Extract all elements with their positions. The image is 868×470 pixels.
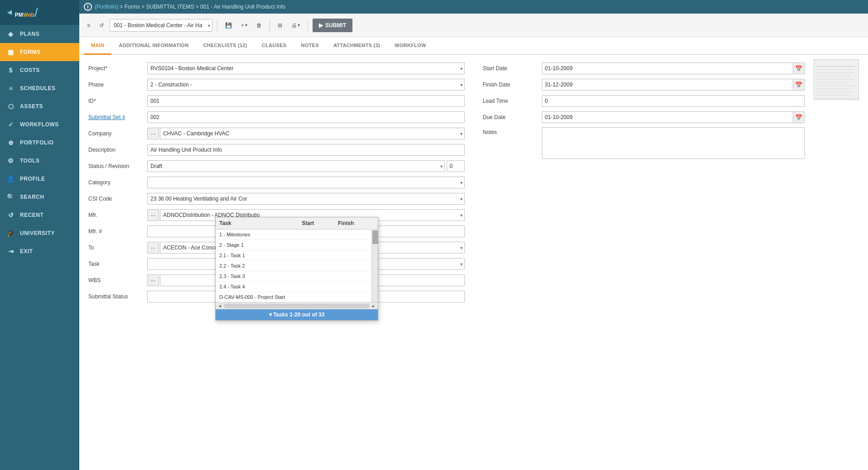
submittal-set-field[interactable]	[147, 111, 465, 123]
scrollbar-thumb	[372, 230, 378, 244]
start-date-field[interactable]	[542, 62, 793, 74]
sidebar-item-plans[interactable]: ◈ PLANS	[0, 25, 79, 43]
svg-rect-0	[814, 60, 859, 100]
tab-additional[interactable]: ADDITIONAL INFORMATION	[111, 37, 196, 55]
tab-workflow[interactable]: WORKFLOW	[387, 37, 434, 55]
undo-button[interactable]: ↺	[96, 20, 107, 31]
project-label: Project*	[88, 65, 147, 72]
id-label: ID*	[88, 98, 147, 104]
submittal-set-label[interactable]: Submittal Set #	[88, 114, 147, 120]
sidebar-item-forms[interactable]: ▦ FORMS	[0, 43, 79, 61]
logo-pm: PM	[15, 12, 23, 18]
save-button[interactable]: 💾	[222, 20, 235, 31]
tab-checklists[interactable]: CHECKLISTS (12)	[196, 37, 254, 55]
info-icon[interactable]: i	[84, 3, 92, 11]
sidebar-item-tools[interactable]: ⚙ TOOLS	[0, 152, 79, 170]
phase-field[interactable]: 2 - Construction -	[147, 79, 465, 91]
form-right-col: Start Date 📅 Finish Date 📅 L	[483, 62, 859, 307]
print-arrow-icon: ▾	[298, 23, 300, 28]
project-select[interactable]: 001 - Boston Medical Center - Air Ha	[110, 19, 212, 32]
status-field[interactable]: Draft	[147, 160, 445, 172]
sidebar-item-portfolio[interactable]: ⊕ PORTFOLIO	[0, 134, 79, 152]
description-field[interactable]	[147, 144, 465, 156]
status-label: Status / Revision	[88, 163, 147, 169]
sidebar-item-university[interactable]: 🎓 UNIVERSITY	[0, 224, 79, 242]
add-button[interactable]: + ▾	[238, 20, 251, 31]
notes-field[interactable]	[542, 127, 805, 159]
tab-attachments[interactable]: ATTACHMENTS (3)	[326, 37, 387, 55]
id-field[interactable]	[147, 95, 465, 107]
start-col-header: Start	[302, 220, 338, 226]
finish-date-label: Finish Date	[483, 82, 542, 88]
task-col-header: Task	[219, 220, 302, 226]
breadcrumb-sep1: >	[120, 4, 124, 10]
sidebar-item-search[interactable]: 🔍 SEARCH	[0, 188, 79, 206]
sidebar-item-recent[interactable]: ↺ RECENT	[0, 206, 79, 224]
revision-field[interactable]	[447, 160, 465, 172]
forms-icon: ▦	[6, 48, 15, 57]
list-item[interactable]: 2.2 - Task 2	[216, 261, 378, 271]
list-item[interactable]: 2.3 - Task 3	[216, 271, 378, 282]
sidebar-item-label: PROFILE	[20, 176, 45, 182]
delete-button[interactable]: 🗑	[253, 20, 265, 31]
submit-button[interactable]: ▶ SUBMIT	[313, 19, 352, 32]
breadcrumb-portfolio[interactable]: (Portfolio)	[95, 4, 118, 10]
company-ellipsis-button[interactable]: ···	[147, 128, 159, 139]
hscroll-bar[interactable]	[224, 304, 369, 308]
exit-icon: ⇥	[6, 247, 15, 256]
footer-arrow: ▾	[269, 312, 273, 318]
notes-label: Notes	[483, 127, 542, 135]
grid-button[interactable]: ⊞	[275, 20, 285, 31]
hscroll-left-arrow[interactable]: ◄	[217, 304, 223, 308]
tab-notes[interactable]: NOTES	[294, 37, 326, 55]
sidebar-item-label: WORKFLOWS	[20, 121, 59, 128]
list-item[interactable]: 2.1 - Task 1	[216, 250, 378, 261]
tab-main[interactable]: MAIN	[84, 37, 111, 55]
finish-date-calendar-button[interactable]: 📅	[793, 79, 805, 91]
finish-date-field[interactable]	[542, 79, 793, 91]
breadcrumb-sep3: >	[196, 4, 200, 10]
sidebar-item-costs[interactable]: $ COSTS	[0, 61, 79, 79]
toolbar: ≡ ↺ 001 - Boston Medical Center - Air Ha…	[79, 14, 868, 37]
sidebar-item-schedules[interactable]: ≡ SCHEDULES	[0, 79, 79, 97]
status-select-wrap: Draft ▾	[147, 160, 445, 172]
print-button[interactable]: 🖨 ▾	[288, 20, 303, 31]
task-dropdown-scrollbar[interactable]	[371, 230, 378, 302]
sidebar-item-workflows[interactable]: ✓ WORKFLOWS	[0, 115, 79, 134]
sidebar-item-exit[interactable]: ⇥ EXIT	[0, 242, 79, 260]
schedules-icon: ≡	[6, 84, 15, 93]
project-field[interactable]: RVS0104 - Boston Medical Center	[147, 62, 465, 74]
sidebar-item-label: COSTS	[20, 67, 40, 73]
hscroll-right-arrow[interactable]: ►	[370, 304, 377, 308]
list-item[interactable]: 2.4 - Task 4	[216, 282, 378, 292]
status-row: Status / Revision Draft ▾	[88, 160, 465, 173]
phase-select-wrap: 2 - Construction - ▾	[147, 79, 465, 91]
sidebar-item-label: ASSETS	[20, 103, 43, 110]
task-label: Task	[88, 261, 147, 267]
category-field[interactable]	[147, 177, 465, 188]
list-item[interactable]: D-CAV-MS-000 - Project Start	[216, 292, 378, 302]
notes-row: Notes	[483, 127, 805, 159]
company-row: Company ··· CHVAC - Cambridge HVAC ▾	[88, 127, 465, 140]
lead-time-field[interactable]	[542, 95, 805, 107]
company-field[interactable]: CHVAC - Cambridge HVAC	[160, 128, 465, 139]
start-date-wrap: 📅	[542, 62, 805, 74]
tab-clauses[interactable]: CLAUSES	[255, 37, 294, 55]
menu-button[interactable]: ≡	[84, 20, 93, 31]
sidebar-item-profile[interactable]: 👤 PROFILE	[0, 170, 79, 188]
due-date-calendar-button[interactable]: 📅	[793, 111, 805, 123]
description-row: Description	[88, 144, 465, 156]
mfr-ellipsis-button[interactable]: ···	[147, 209, 159, 221]
lead-time-row: Lead Time	[483, 95, 805, 107]
lead-time-label: Lead Time	[483, 98, 542, 104]
portfolio-icon: ⊕	[6, 138, 15, 147]
footer-range: 1-20	[289, 312, 300, 318]
list-item[interactable]: 1 - Milestones	[216, 230, 378, 240]
csi-code-field[interactable]: 23 36 00 Heating Ventilating and Air Cor	[147, 193, 465, 205]
wbs-ellipsis-button[interactable]: ···	[147, 274, 159, 286]
to-ellipsis-button[interactable]: ···	[147, 242, 159, 254]
list-item[interactable]: 2 - Stage 1	[216, 240, 378, 250]
due-date-field[interactable]	[542, 111, 793, 123]
sidebar-item-assets[interactable]: ⬡ ASSETS	[0, 97, 79, 115]
start-date-calendar-button[interactable]: 📅	[793, 62, 805, 74]
